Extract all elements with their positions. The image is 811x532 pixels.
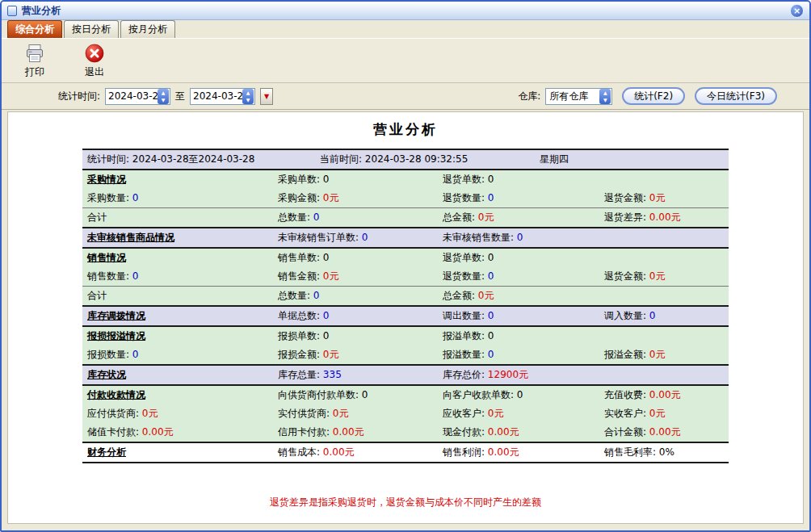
report-cell: 采购数量: 0 bbox=[82, 189, 273, 207]
total-label: 合计 bbox=[82, 287, 273, 305]
report-cell bbox=[599, 249, 729, 267]
filter-bar: 统计时间: 2024-03-28 ▲ ▼ 至 2024-03-28 ▲ ▼ ▼ … bbox=[2, 83, 809, 110]
tab-bar: 综合分析 按日分析 按月分析 bbox=[2, 20, 809, 38]
print-label: 打印 bbox=[25, 65, 44, 79]
report-cell: 总数量: 0 bbox=[273, 208, 438, 227]
report-cell: 单据总数: 0 bbox=[273, 307, 438, 325]
exit-label: 退出 bbox=[85, 65, 104, 79]
report-cell: 库存总量: 335 bbox=[273, 366, 438, 384]
report-cell: 调出数量: 0 bbox=[438, 307, 599, 325]
report-cell: 报溢金额: 0元 bbox=[599, 346, 729, 364]
report-cell: 退货金额: 0元 bbox=[599, 189, 729, 207]
tab-daily[interactable]: 按日分析 bbox=[64, 20, 119, 38]
report-cell: 实收客户: 0元 bbox=[599, 404, 729, 423]
report-cell: 采购单数: 0 bbox=[273, 170, 438, 189]
report-cell: 未审核销售订单数: 0 bbox=[273, 228, 438, 247]
report-cell: 应收客户: 0元 bbox=[438, 404, 599, 423]
report-cell: 未审核销售数量: 0 bbox=[438, 228, 599, 247]
warehouse-spinner[interactable]: ▲ ▼ bbox=[599, 89, 611, 104]
report-row: 采购情况采购单数: 0退货单数: 0采购数量: 0采购金额: 0元退货数量: 0… bbox=[82, 169, 729, 207]
down-arrow-icon[interactable]: ▼ bbox=[599, 96, 611, 104]
stat-time-label: 统计时间: bbox=[58, 90, 100, 103]
date-from-input[interactable]: 2024-03-28 ▲ ▼ bbox=[105, 88, 170, 105]
app-icon bbox=[7, 6, 17, 16]
report-cell: 库存总价: 12900元 bbox=[438, 366, 599, 384]
report-cell: 报溢数量: 0 bbox=[438, 346, 599, 364]
report-panel: 营业分析 统计时间: 2024-03-28至2024-03-28当前时间: 20… bbox=[7, 111, 804, 524]
warehouse-value: 所有仓库 bbox=[546, 90, 599, 103]
report-cell: 信用卡付款: 0.00元 bbox=[273, 423, 438, 442]
down-arrow-icon[interactable]: ▼ bbox=[242, 96, 254, 104]
report-footnote: 退货差异是指采购退货时，退货金额与成本价不同时产生的差额 bbox=[8, 496, 803, 509]
warehouse-label: 仓库: bbox=[518, 90, 540, 103]
date-range-dropdown-button[interactable]: ▼ bbox=[260, 88, 273, 105]
report-table: 统计时间: 2024-03-28至2024-03-28当前时间: 2024-03… bbox=[82, 149, 729, 463]
report-cell: 采购金额: 0元 bbox=[273, 189, 438, 207]
report-row: 合计总数量: 0总金额: 0元退货差异: 0.00元 bbox=[82, 207, 729, 227]
report-cell: 报溢单数: 0 bbox=[438, 327, 599, 346]
tab-comprehensive[interactable]: 综合分析 bbox=[7, 20, 62, 38]
report-cell: 销售利润: 0.00元 bbox=[438, 443, 599, 462]
report-cell: 销售单数: 0 bbox=[273, 249, 438, 267]
report-cell: 总金额: 0元 bbox=[438, 208, 599, 227]
report-row: 库存调拨情况单据总数: 0调出数量: 0调入数量: 0 bbox=[82, 305, 729, 325]
warehouse-select[interactable]: 所有仓库 ▲ ▼ bbox=[545, 88, 612, 105]
report-cell: 退货单数: 0 bbox=[438, 170, 599, 189]
today-stat-button[interactable]: 今日统计(F3) bbox=[695, 87, 777, 105]
report-cell bbox=[599, 170, 729, 189]
report-row: 报损报溢情况报损单数: 0报溢单数: 0报损数量: 0报损金额: 0元报溢数量:… bbox=[82, 325, 729, 364]
stat-button[interactable]: 统计(F2) bbox=[622, 87, 685, 105]
report-cell bbox=[599, 366, 729, 384]
report-cell bbox=[599, 228, 729, 247]
report-cell: 现金付款: 0.00元 bbox=[438, 423, 599, 442]
report-row: 销售情况销售单数: 0退货单数: 0销售数量: 0销售金额: 0元退货数量: 0… bbox=[82, 247, 729, 286]
down-arrow-icon[interactable]: ▼ bbox=[158, 96, 169, 104]
section-payment-title: 付款收款情况 bbox=[82, 386, 273, 404]
report-cell: 向客户收款单数: 0 bbox=[438, 386, 599, 404]
date-to-value: 2024-03-28 bbox=[191, 90, 242, 102]
close-icon[interactable]: × bbox=[790, 4, 804, 18]
to-label: 至 bbox=[175, 90, 185, 103]
section-stock-title: 库存状况 bbox=[82, 366, 273, 384]
app-window: 营业分析 × 综合分析 按日分析 按月分析 打印 bbox=[0, 0, 811, 532]
report-row: 未审核销售商品情况未审核销售订单数: 0未审核销售数量: 0 bbox=[82, 227, 729, 247]
report-cell: 销售数量: 0 bbox=[82, 267, 273, 286]
report-cell: 总数量: 0 bbox=[273, 287, 438, 305]
section-transfer-title: 库存调拨情况 bbox=[82, 307, 273, 325]
date-to-spinner[interactable]: ▲ ▼ bbox=[242, 89, 254, 104]
report-cell: 调入数量: 0 bbox=[599, 307, 729, 325]
toolbar: 打印 退出 bbox=[2, 38, 809, 83]
report-cell: 销售毛利率: 0% bbox=[599, 443, 729, 462]
report-row: 统计时间: 2024-03-28至2024-03-28当前时间: 2024-03… bbox=[82, 150, 729, 169]
report-cell: 应付供货商: 0元 bbox=[82, 404, 273, 423]
up-arrow-icon[interactable]: ▲ bbox=[599, 89, 611, 97]
report-cell: 退货数量: 0 bbox=[438, 189, 599, 207]
report-cell: 合计金额: 0.00元 bbox=[599, 423, 729, 442]
report-cell: 销售成本: 0.00元 bbox=[273, 443, 438, 462]
report-cell bbox=[599, 287, 729, 305]
up-arrow-icon[interactable]: ▲ bbox=[158, 89, 169, 97]
current-time: 当前时间: 2024-03-28 09:32:55 bbox=[315, 150, 535, 169]
tab-monthly[interactable]: 按月分析 bbox=[120, 20, 175, 38]
report-row: 合计总数量: 0总金额: 0元 bbox=[82, 286, 729, 305]
section-purchase-title: 采购情况 bbox=[82, 170, 273, 189]
report-row: 财务分析销售成本: 0.00元销售利润: 0.00元销售毛利率: 0% bbox=[82, 442, 729, 462]
weekday: 星期四 bbox=[535, 150, 729, 169]
exit-button[interactable]: 退出 bbox=[71, 40, 118, 81]
print-button[interactable]: 打印 bbox=[11, 40, 58, 81]
section-loss-overflow-title: 报损报溢情况 bbox=[82, 327, 273, 346]
window-title: 营业分析 bbox=[22, 4, 61, 18]
total-label: 合计 bbox=[82, 208, 273, 227]
stat-time-range: 统计时间: 2024-03-28至2024-03-28 bbox=[82, 150, 315, 169]
section-finance-title: 财务分析 bbox=[82, 443, 273, 462]
date-to-input[interactable]: 2024-03-28 ▲ ▼ bbox=[190, 88, 255, 105]
report-cell: 报损单数: 0 bbox=[273, 327, 438, 346]
report-cell: 总金额: 0元 bbox=[438, 287, 599, 305]
up-arrow-icon[interactable]: ▲ bbox=[242, 89, 254, 97]
section-unaudited-title: 未审核销售商品情况 bbox=[82, 228, 273, 247]
date-from-spinner[interactable]: ▲ ▼ bbox=[158, 89, 169, 104]
report-cell: 退货数量: 0 bbox=[438, 267, 599, 286]
date-from-value: 2024-03-28 bbox=[106, 90, 158, 102]
section-sales-title: 销售情况 bbox=[82, 249, 273, 267]
report-cell: 向供货商付款单数: 0 bbox=[273, 386, 438, 404]
